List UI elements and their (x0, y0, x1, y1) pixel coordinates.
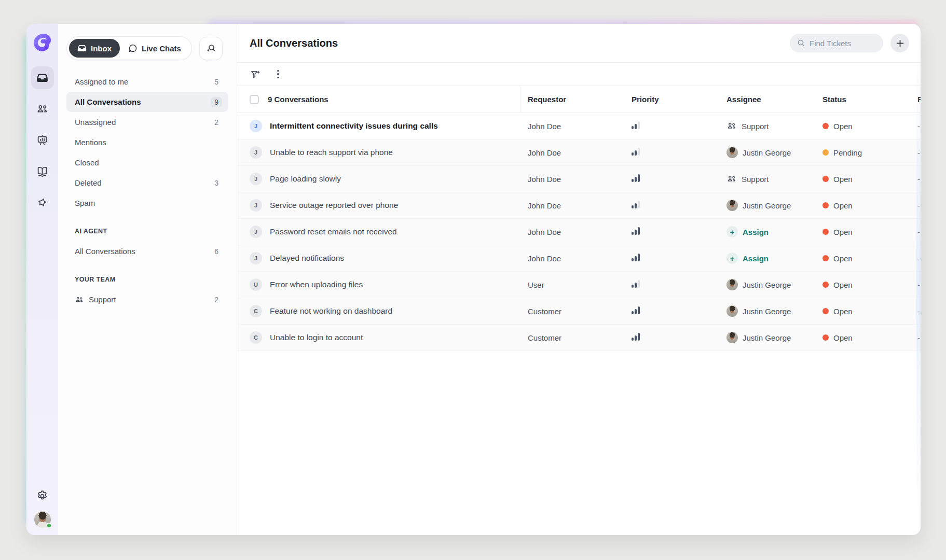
rail-contacts-button[interactable] (31, 97, 54, 120)
status-label: Open (833, 333, 853, 342)
assignee-cell[interactable]: + Justin George (726, 332, 815, 343)
more-options-button[interactable] (274, 69, 282, 80)
assignee-cell[interactable]: + Assign (726, 253, 815, 264)
sidebar-item[interactable]: Spam (66, 193, 228, 213)
list-toolbar (237, 63, 921, 86)
smart-search-button[interactable] (199, 37, 223, 60)
table-row[interactable]: U Error when uploading files User + Just… (237, 272, 921, 298)
assignee-name: Support (742, 122, 769, 131)
replied-value: - (917, 254, 920, 263)
select-all-checkbox[interactable] (250, 95, 259, 104)
conversation-title: Unable to login to account (270, 333, 363, 342)
table-row[interactable]: J Page loading slowly John Doe + Support (237, 166, 921, 192)
assignee-cell[interactable]: + Justin George (726, 305, 815, 317)
table-row[interactable]: C Unable to login to account Customer + … (237, 325, 921, 351)
replied-value: - (917, 148, 920, 157)
team-icon (75, 295, 84, 304)
assignee-cell[interactable]: + Support (726, 121, 815, 131)
replied-value: - (917, 201, 920, 210)
sidebar-item-count: 2 (211, 295, 222, 305)
assignee-cell[interactable]: + Support (726, 174, 815, 184)
ticket-search[interactable] (790, 34, 883, 52)
assignee-name: Assign (743, 254, 769, 263)
avatar-initial: J (254, 123, 257, 129)
settings-button[interactable] (32, 485, 53, 506)
conversation-title: Intermittent connectivity issues during … (270, 121, 438, 131)
sidebar-item[interactable]: Support 2 (66, 289, 228, 310)
team-icon (726, 121, 737, 131)
avatar-initial: C (254, 334, 258, 341)
sidebar-section-title: YOUR TEAM (75, 276, 228, 283)
priority-icon (632, 227, 640, 235)
requestor-avatar: J (250, 146, 262, 159)
search-icon (797, 39, 805, 47)
rail-inbox-button[interactable] (31, 66, 54, 89)
requestor-avatar: C (250, 331, 262, 344)
sidebar-item-count: 3 (211, 178, 222, 188)
sidebar-item[interactable]: All Conversations 9 (66, 92, 228, 112)
table-row[interactable]: J Delayed notifications John Doe + Assig… (237, 245, 921, 272)
priority-icon (632, 174, 640, 182)
priority-icon (632, 254, 640, 261)
table-row[interactable]: J Password reset emails not received Joh… (237, 219, 921, 245)
table-row[interactable]: C Feature not working on dashboard Custo… (237, 298, 921, 325)
rail-reports-button[interactable] (31, 129, 54, 151)
replied-value: - (917, 307, 920, 316)
avatar-initial: J (254, 176, 257, 182)
assignee-cell[interactable]: + Justin George (726, 147, 815, 158)
assign-plus-icon: + (726, 226, 738, 237)
status-label: Open (833, 175, 853, 184)
new-ticket-button[interactable] (890, 34, 909, 52)
requestor-name: John Doe (528, 122, 561, 131)
assignee-name: Assign (743, 228, 769, 236)
status-badge: Open (822, 122, 910, 131)
table-row[interactable]: J Unable to reach support via phone John… (237, 139, 921, 166)
tab-live-chats-label: Live Chats (142, 44, 181, 53)
sidebar-item[interactable]: All Conversations 6 (66, 241, 228, 261)
requestor-name: Customer (528, 333, 561, 342)
conversation-count: 9 Conversations (268, 95, 328, 104)
table-row[interactable]: J Intermittent connectivity issues durin… (237, 113, 921, 139)
main-header: All Conversations (237, 24, 921, 63)
sidebar-item-label: Unassigned (75, 118, 116, 127)
sidebar-item-label: Support (89, 295, 116, 304)
table-row[interactable]: J Service outage reported over phone Joh… (237, 192, 921, 219)
status-badge: Open (822, 175, 910, 184)
status-dot (822, 149, 829, 156)
filter-button[interactable] (250, 69, 261, 80)
avatar-initial: C (254, 308, 258, 314)
sidebar-nav: Assigned to me 5 All Conversations 9 Una… (66, 72, 228, 310)
assignee-cell[interactable]: + Justin George (726, 200, 815, 211)
requestor-name: John Doe (528, 175, 561, 184)
search-input[interactable] (810, 39, 876, 48)
assignee-cell[interactable]: + Justin George (726, 279, 815, 290)
assignee-avatar (726, 279, 738, 290)
status-label: Open (833, 122, 853, 131)
sidebar-item[interactable]: Closed (66, 152, 228, 173)
sidebar-item-count (215, 162, 222, 164)
conversation-title: Unable to reach support via phone (270, 148, 393, 157)
assignee-name: Justin George (743, 201, 791, 210)
sidebar-item[interactable]: Mentions (66, 132, 228, 152)
sidebar-item-label: All Conversations (75, 97, 141, 106)
status-dot (822, 308, 829, 314)
tab-inbox[interactable]: Inbox (69, 39, 120, 58)
requestor-name: John Doe (528, 148, 561, 157)
user-avatar[interactable] (34, 511, 51, 528)
main-content: All Conversations (237, 24, 921, 535)
sidebar-item[interactable]: Assigned to me 5 (66, 72, 228, 92)
app-window: Inbox Live Chats (26, 24, 921, 535)
column-requestor: Requestor (520, 95, 624, 104)
tab-live-chats[interactable]: Live Chats (120, 39, 189, 58)
sidebar-item[interactable]: Unassigned 2 (66, 112, 228, 132)
rail-spark-button[interactable] (31, 191, 54, 214)
assignee-cell[interactable]: + Assign (726, 226, 815, 237)
sidebar-item[interactable]: Deleted 3 (66, 173, 228, 193)
requestor-avatar: J (250, 252, 262, 264)
rail-knowledge-base-button[interactable] (31, 160, 54, 183)
status-label: Open (833, 281, 853, 289)
search-sparkle-icon (205, 43, 216, 53)
requestor-avatar: C (250, 305, 262, 317)
priority-icon (632, 148, 640, 156)
status-label: Pending (833, 148, 862, 157)
